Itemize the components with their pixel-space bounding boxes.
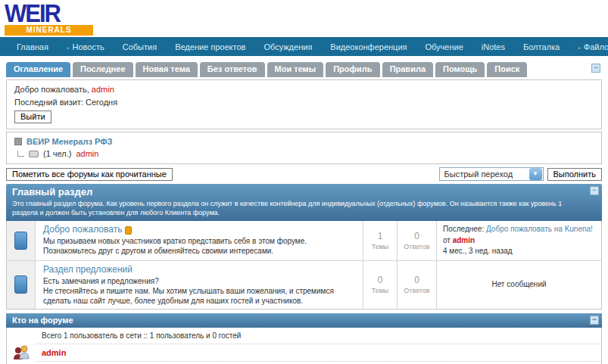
nav-item-label: Файлообменник: [584, 42, 608, 51]
users-icon: [11, 344, 31, 361]
last-post-label: Последнее:: [443, 225, 484, 233]
tab-rules[interactable]: Правила: [382, 62, 433, 77]
replies-count-cell: 0 Ответов: [397, 221, 436, 260]
forum-icon: [14, 232, 27, 250]
topics-label: Темы: [372, 287, 389, 294]
replies-count: 0: [414, 275, 419, 285]
online-summary: Всего 1 пользователь в сети :: 1 пользов…: [36, 328, 601, 344]
quick-jump-go-button[interactable]: Выполнить: [547, 168, 602, 181]
tab-search[interactable]: Поиск: [487, 62, 527, 77]
chevron-down-icon: ▼: [529, 168, 542, 180]
forum-main-cell: Раздел предложений Есть замечания и пред…: [36, 261, 363, 309]
tree-branch-icon: [17, 151, 24, 157]
whos-online-rows: Всего 1 пользователь в сети :: 1 пользов…: [36, 328, 601, 364]
main-section-title: Главный раздел: [12, 186, 596, 198]
nav-item-events[interactable]: События: [114, 39, 166, 55]
topics-count: 1: [378, 231, 383, 241]
forum-tab-bar: Оглавление Последнее Новая тема Без отве…: [6, 62, 602, 77]
greeting-text: Добро пожаловать,: [14, 85, 89, 94]
current-username: admin: [92, 85, 114, 94]
forum-title-link[interactable]: Раздел предложений: [43, 264, 133, 275]
collapse-module-icon[interactable]: −: [591, 64, 600, 73]
topics-count-cell: 1 Темы: [363, 221, 397, 260]
topics-count: 0: [378, 275, 383, 285]
nav-item-inotes[interactable]: iNotes: [472, 39, 514, 55]
forum-description: Мы призываем новых участников кратко пре…: [43, 236, 355, 256]
nav-item-videoconference[interactable]: Видеоконференция: [321, 39, 416, 55]
forum-main-cell: Добро пожаловать Мы призываем новых учас…: [36, 221, 363, 260]
category-square-icon: [14, 138, 22, 145]
dropdown-marker-icon: -: [67, 42, 70, 51]
no-posts-cell: Нет сообщений: [436, 261, 601, 309]
last-post-author[interactable]: admin: [453, 236, 475, 244]
nav-item-news[interactable]: -Новость: [58, 39, 114, 55]
whos-online-panel: Всего 1 пользователь в сети :: 1 пользов…: [6, 328, 602, 364]
online-user-link[interactable]: admin: [76, 149, 98, 158]
page-header: WEIR MINERALS: [0, 0, 608, 37]
online-count: (1 чел.): [43, 149, 71, 158]
logout-button[interactable]: Выйти: [14, 110, 51, 123]
tab-index[interactable]: Оглавление: [6, 62, 70, 77]
forum-toolbar: Пометить все форумы как прочитанные Быст…: [6, 167, 602, 181]
last-post-time: 4 мес., 3 нед. назад: [443, 246, 595, 257]
nav-item-training[interactable]: Обучение: [416, 39, 472, 55]
quick-jump-select[interactable]: Быстрый переход ▼: [439, 167, 544, 181]
last-post-cell: Последнее: Добро пожаловать на Kunena! о…: [436, 221, 601, 260]
quick-jump-group: Быстрый переход ▼ Выполнить: [439, 167, 602, 181]
last-post-link[interactable]: Добро пожаловать на Kunena!: [486, 225, 593, 233]
nav-item-fileshare[interactable]: -Файлообменник: [569, 39, 608, 55]
quick-jump-selected-value: Быстрый переход: [440, 170, 528, 179]
forum-description-line2: Не стесняйтесь и пишите нам. Мы хотим ус…: [43, 286, 355, 306]
whos-online-title: Кто на форуме: [12, 316, 73, 325]
replies-count-cell: 0 Ответов: [397, 261, 436, 309]
online-user-link[interactable]: admin: [36, 344, 601, 361]
tab-recent[interactable]: Последнее: [73, 62, 133, 77]
forum-row-welcome: Добро пожаловать Мы призываем новых учас…: [7, 221, 601, 260]
nav-item-chat[interactable]: Болталка: [514, 39, 569, 55]
tab-help[interactable]: Помощь: [435, 62, 485, 77]
category-row: ВЕИР Менералз РФЗ: [14, 137, 594, 146]
nav-item-projects[interactable]: Ведение проектов: [166, 39, 254, 55]
last-visit-text: Последний визит: Сегодня: [14, 98, 594, 107]
replies-count: 0: [414, 231, 419, 241]
tab-my-topics[interactable]: Мои темы: [267, 62, 324, 77]
dropdown-marker-icon: -: [578, 42, 581, 51]
tab-new-topic[interactable]: Новая тема: [136, 62, 198, 77]
replies-label: Ответов: [404, 243, 429, 250]
users-icon-cell: [7, 328, 36, 364]
whos-online-header: Кто на форуме −: [6, 313, 602, 328]
weir-logo-text: WEIR: [5, 1, 93, 26]
tree-node-icon: [29, 151, 39, 157]
last-post-line: Последнее: Добро пожаловать на Kunena!: [443, 224, 595, 235]
topics-label: Темы: [372, 243, 389, 250]
weir-logo: WEIR MINERALS: [5, 2, 93, 36]
forum-row-suggestions: Раздел предложений Есть замечания и пред…: [7, 260, 601, 309]
mark-all-read-button[interactable]: Пометить все форумы как прочитанные: [6, 168, 173, 181]
forum-icon-cell: [7, 261, 36, 309]
welcome-panel: Добро пожаловать, admin Последний визит:…: [6, 79, 602, 129]
category-panel: ВЕИР Менералз РФЗ (1 чел.) admin: [6, 132, 602, 164]
forum-list: Добро пожаловать Мы призываем новых учас…: [6, 221, 602, 310]
nav-item-label: Новость: [73, 42, 104, 51]
collapse-section-icon[interactable]: −: [590, 186, 599, 195]
forum-icon-cell: [7, 221, 36, 260]
tab-profile[interactable]: Профиль: [326, 62, 379, 77]
by-label: от: [443, 236, 451, 244]
welcome-greeting: Добро пожаловать, admin: [14, 85, 594, 94]
nav-item-discussions[interactable]: Обсуждения: [254, 39, 321, 55]
collapse-section-icon[interactable]: −: [590, 316, 599, 325]
locked-topic-icon: [125, 226, 132, 235]
main-section-header: Главный раздел Это главный раздел форума…: [6, 184, 602, 221]
forum-title-link[interactable]: Добро пожаловать: [43, 224, 122, 235]
no-posts-text: Нет сообщений: [491, 279, 546, 291]
main-navbar: Главная -Новость События Ведение проекто…: [0, 37, 608, 56]
category-link[interactable]: ВЕИР Менералз РФЗ: [27, 137, 112, 146]
nav-item-home[interactable]: Главная: [8, 39, 58, 55]
forum-description-line1: Есть замечания и предложения?: [43, 276, 355, 286]
last-post-author-line: от admin: [443, 235, 595, 247]
main-section-description: Это главный раздел форума. Как уровень п…: [12, 199, 596, 217]
tab-no-replies[interactable]: Без ответов: [200, 62, 265, 77]
category-online-row: (1 чел.) admin: [17, 149, 594, 158]
status-legend: Статус :: АдминистраторОбщий МодераторМо…: [36, 361, 601, 364]
replies-label: Ответов: [404, 287, 429, 294]
